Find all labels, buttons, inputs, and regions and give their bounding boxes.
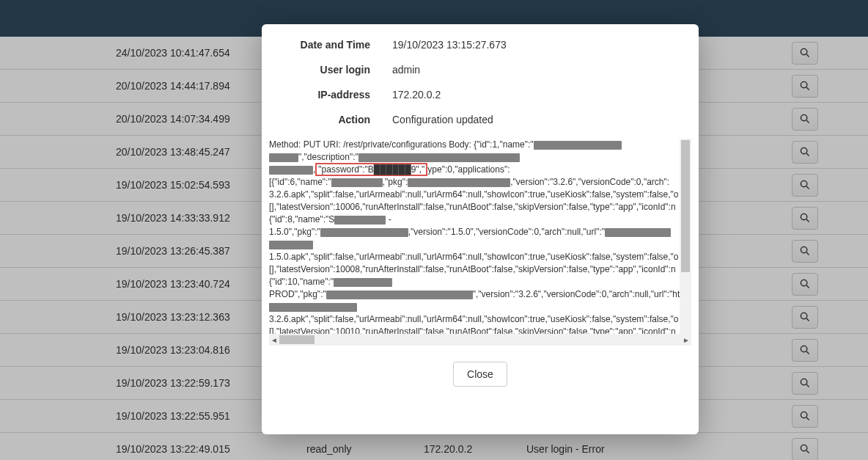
field-action: Action Configuration updated bbox=[275, 114, 685, 125]
field-value: admin bbox=[392, 64, 420, 76]
payload-text: ","description":" bbox=[298, 152, 358, 162]
payload-text: ","version":"3.2.6","versionCode":0,"arc… bbox=[473, 289, 680, 299]
field-datetime: Date and Time 19/10/2023 13:15:27.673 bbox=[275, 39, 685, 51]
payload-text: 3.2.6.apk","split":false,"urlArmeabi":nu… bbox=[269, 189, 679, 200]
scroll-left-icon[interactable]: ◄ bbox=[269, 334, 279, 346]
redacted-block bbox=[605, 228, 671, 237]
scrollbar-thumb[interactable] bbox=[681, 140, 690, 272]
payload-text: {"id":10,"name":" bbox=[269, 277, 334, 287]
redacted-block bbox=[408, 178, 510, 187]
field-value: 172.20.0.2 bbox=[392, 89, 441, 101]
payload-text: ,"version":"3.2.6","versionCode":0,"arch… bbox=[510, 177, 669, 187]
payload-text: PROD","pkg":" bbox=[269, 289, 326, 299]
scrollbar-thumb[interactable] bbox=[279, 335, 315, 344]
field-label: User login bbox=[275, 64, 370, 76]
payload-text: Method: PUT URI: /rest/private/configura… bbox=[269, 139, 534, 150]
field-user: User login admin bbox=[275, 64, 685, 76]
redacted-block bbox=[269, 303, 357, 312]
payload-text: [],"latestVersion":10006,"runAfterInstal… bbox=[269, 202, 676, 212]
payload-text: [],"latestVersion":10008,"runAfterInstal… bbox=[269, 264, 676, 274]
vertical-scrollbar[interactable] bbox=[680, 139, 691, 334]
field-label: Action bbox=[275, 114, 370, 125]
redacted-block bbox=[334, 278, 392, 287]
payload-text: 1.5.0","pkg":" bbox=[269, 227, 320, 237]
redacted-block bbox=[320, 228, 408, 237]
page-root: 24/10/2023 10:41:47.654 20/10/2023 14:44… bbox=[0, 0, 868, 460]
payload-text: ype":0,"applications": bbox=[427, 164, 510, 175]
redacted-block bbox=[358, 153, 520, 162]
request-payload-area: Method: PUT URI: /rest/private/configura… bbox=[269, 139, 691, 351]
horizontal-scrollbar[interactable]: ◄ ► bbox=[269, 334, 691, 346]
request-payload-text: Method: PUT URI: /rest/private/configura… bbox=[269, 139, 738, 338]
field-value: Configuration updated bbox=[392, 114, 493, 125]
field-label: Date and Time bbox=[275, 39, 370, 51]
redacted-block bbox=[326, 291, 473, 299]
payload-text: {"id":8,"name":"S bbox=[269, 214, 334, 224]
redacted-block bbox=[331, 178, 383, 187]
scroll-right-icon[interactable]: ► bbox=[681, 334, 691, 346]
password-highlight: "password":"B██████9"," bbox=[315, 163, 427, 176]
field-ip: IP-address 172.20.0.2 bbox=[275, 89, 685, 101]
modal-body: Date and Time 19/10/2023 13:15:27.673 Us… bbox=[262, 24, 699, 139]
close-button[interactable]: Close bbox=[453, 362, 507, 387]
redacted-block bbox=[534, 141, 622, 150]
payload-text: [{"id":6,"name":" bbox=[269, 177, 331, 187]
payload-text: - bbox=[386, 214, 391, 224]
field-value: 19/10/2023 13:15:27.673 bbox=[392, 39, 507, 51]
details-modal: Date and Time 19/10/2023 13:15:27.673 Us… bbox=[262, 24, 699, 434]
payload-text: ,"version":"1.5.0","versionCode":0,"arch… bbox=[408, 227, 605, 237]
redacted-block bbox=[269, 241, 313, 249]
payload-text: ,"pkg": bbox=[383, 177, 408, 187]
field-label: IP-address bbox=[275, 89, 370, 101]
payload-text: 1.5.0.apk","split":false,"urlArmeabi":nu… bbox=[269, 252, 679, 262]
payload-text: 3.2.6.apk","split":false,"urlArmeabi":nu… bbox=[269, 314, 679, 324]
redacted-block bbox=[334, 216, 386, 224]
modal-footer: Close bbox=[262, 351, 699, 400]
redacted-block bbox=[269, 166, 313, 175]
redacted-block bbox=[269, 153, 298, 162]
